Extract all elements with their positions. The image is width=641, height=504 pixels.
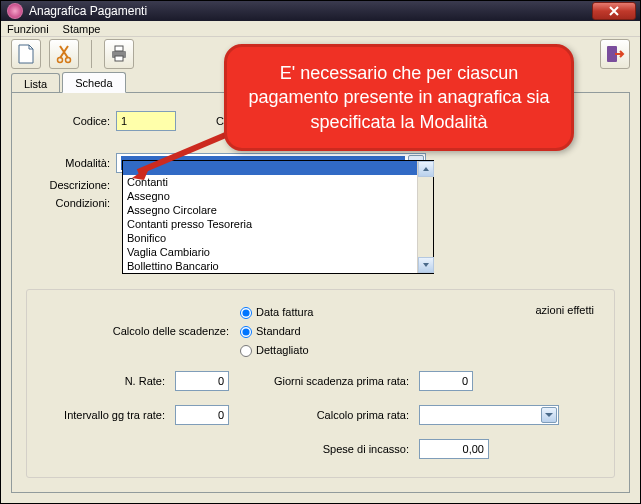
dropdown-item[interactable]: Assegno bbox=[123, 189, 433, 203]
chevron-down-icon[interactable] bbox=[541, 407, 557, 423]
callout-tooltip: E' necessario che per ciascun pagamento … bbox=[224, 44, 574, 151]
condizioni-label: Condizioni: bbox=[26, 197, 116, 209]
callout-text: E' necessario che per ciascun pagamento … bbox=[248, 63, 549, 132]
app-icon bbox=[7, 3, 23, 19]
tab-lista[interactable]: Lista bbox=[11, 73, 60, 93]
svg-point-1 bbox=[66, 58, 71, 63]
dropdown-scrollbar[interactable] bbox=[417, 161, 433, 273]
print-button[interactable] bbox=[104, 39, 134, 69]
descrizione-label: Descrizione: bbox=[26, 179, 116, 191]
scroll-up-icon[interactable] bbox=[418, 161, 434, 177]
new-button[interactable] bbox=[11, 39, 41, 69]
n-rate-label: N. Rate: bbox=[45, 375, 165, 387]
radio-label-data-fattura: Data fattura bbox=[256, 306, 313, 318]
spese-incasso-input[interactable] bbox=[419, 439, 489, 459]
calcolo-scadenze-label: Calcolo delle scadenze: bbox=[45, 325, 235, 337]
scroll-down-icon[interactable] bbox=[418, 257, 434, 273]
window-title: Anagrafica Pagamenti bbox=[29, 4, 592, 18]
exit-button[interactable] bbox=[600, 39, 630, 69]
close-button[interactable] bbox=[592, 2, 636, 20]
intervallo-input[interactable] bbox=[175, 405, 229, 425]
modalita-label: Modalità: bbox=[26, 157, 116, 169]
codice-input[interactable] bbox=[116, 111, 176, 131]
radio-dettagliato[interactable] bbox=[240, 345, 252, 357]
calcolo-prima-rata-combo[interactable] bbox=[419, 405, 559, 425]
n-rate-input[interactable] bbox=[175, 371, 229, 391]
gg-scadenza-label: Giorni scadenza prima rata: bbox=[239, 375, 409, 387]
dropdown-item[interactable]: Bollettino Bancario bbox=[123, 259, 433, 273]
radio-label-dettagliato: Dettagliato bbox=[256, 344, 309, 356]
radio-data-fattura[interactable] bbox=[240, 307, 252, 319]
dropdown-item[interactable]: Assegno Circolare bbox=[123, 203, 433, 217]
menu-stampe[interactable]: Stampe bbox=[63, 23, 101, 35]
radio-label-standard: Standard bbox=[256, 325, 301, 337]
gg-scadenza-input[interactable] bbox=[419, 371, 473, 391]
svg-rect-3 bbox=[115, 46, 123, 51]
dropdown-item[interactable]: Vaglia Cambiario bbox=[123, 245, 433, 259]
dropdown-item[interactable]: Contanti presso Tesoreria bbox=[123, 217, 433, 231]
calcolo-prima-rata-label: Calcolo prima rata: bbox=[239, 409, 409, 421]
intervallo-label: Intervallo gg tra rate: bbox=[45, 409, 165, 421]
effetti-label: azioni effetti bbox=[535, 304, 594, 316]
svg-rect-4 bbox=[115, 56, 123, 61]
menu-funzioni[interactable]: Funzioni bbox=[7, 23, 49, 35]
spese-incasso-label: Spese di incasso: bbox=[239, 443, 409, 455]
cut-button[interactable] bbox=[49, 39, 79, 69]
codice-label: Codice: bbox=[26, 115, 116, 127]
tab-scheda[interactable]: Scheda bbox=[62, 72, 125, 93]
callout-arrow-icon bbox=[130, 132, 230, 180]
svg-point-0 bbox=[58, 58, 63, 63]
dropdown-item[interactable]: Bonifico bbox=[123, 231, 433, 245]
radio-standard[interactable] bbox=[240, 326, 252, 338]
